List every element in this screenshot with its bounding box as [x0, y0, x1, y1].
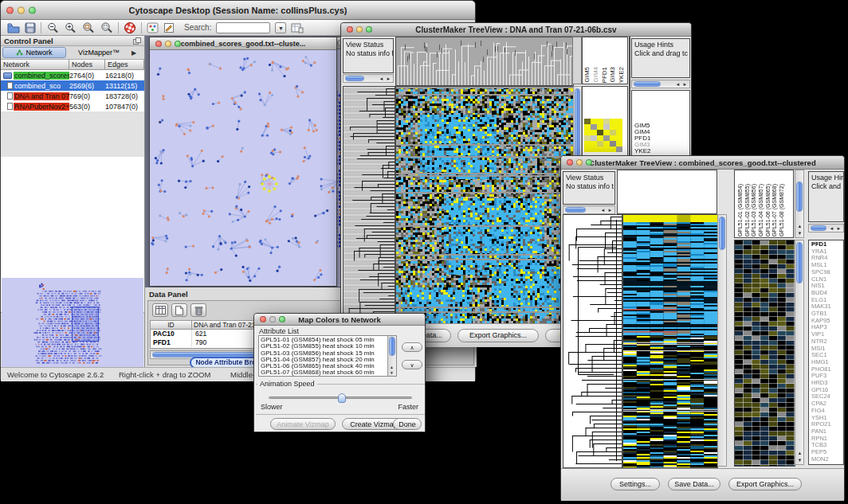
- matrix-cell[interactable]: [591, 119, 597, 124]
- matrix-cell[interactable]: [584, 119, 591, 124]
- attribute-list-item[interactable]: GPL51-07 (GSM868) heat shock 60 min: [259, 369, 387, 376]
- zoom-in-icon[interactable]: [64, 21, 77, 34]
- export-graphics-button[interactable]: Export Graphics...: [457, 329, 539, 342]
- matrix-cell[interactable]: [603, 141, 610, 147]
- matrix-cell[interactable]: [584, 135, 591, 141]
- move-up-button[interactable]: ∧: [402, 342, 422, 352]
- scroll-down-icon[interactable]: ▼: [796, 458, 803, 463]
- close-icon[interactable]: [155, 41, 162, 47]
- column-label[interactable]: GIM5: [584, 67, 591, 83]
- treeview-combined-title-bar[interactable]: ClusterMaker TreeView : combined_scores_…: [561, 156, 844, 170]
- scroll-right-icon[interactable]: ►: [385, 76, 392, 81]
- column-label[interactable]: YKE2: [618, 67, 626, 83]
- scroll-right-icon[interactable]: ►: [681, 82, 689, 87]
- gene-label[interactable]: MON2: [811, 456, 843, 463]
- matrix-cell[interactable]: [584, 147, 591, 152]
- column-label[interactable]: GPL51-02 (GSM855): [744, 184, 751, 236]
- row-dendrogram[interactable]: [343, 86, 395, 325]
- matrix-cell[interactable]: [610, 124, 616, 130]
- open-file-icon[interactable]: [7, 22, 20, 33]
- view-status-hscrollbar[interactable]: ◄►: [563, 205, 615, 214]
- network-view-window-1[interactable]: combined_scores_good.txt--cluste...: [149, 37, 337, 287]
- matrix-cell[interactable]: [584, 141, 591, 147]
- column-label[interactable]: GPL51-06 (GSM865): [765, 184, 771, 236]
- move-down-button[interactable]: ∨: [402, 360, 422, 369]
- window-controls[interactable]: [347, 26, 372, 33]
- close-icon[interactable]: [347, 26, 353, 33]
- scroll-right-icon[interactable]: ►: [835, 226, 842, 231]
- matrix-cell[interactable]: [591, 130, 597, 135]
- zoom-window-icon[interactable]: [279, 316, 285, 322]
- minimize-icon[interactable]: [269, 316, 276, 322]
- done-button[interactable]: Done: [393, 418, 422, 430]
- search-input[interactable]: [216, 22, 270, 33]
- network-list-row[interactable]: RNAPuberNov2+I563(0)107847(0): [1, 101, 144, 111]
- zoom-fit-icon[interactable]: [81, 21, 95, 34]
- matrix-cell[interactable]: [603, 124, 610, 130]
- matrix-cell[interactable]: [591, 147, 597, 152]
- matrix-cell[interactable]: [584, 130, 591, 135]
- gene-labels-panel[interactable]: PFD1YRA1RNR4MSL1SPC98CLN1NIS1BUD4ELG1MAK…: [808, 240, 844, 465]
- float-panel-icon[interactable]: [133, 33, 141, 48]
- zoom-heatmap[interactable]: [734, 240, 795, 467]
- global-heatmap[interactable]: [395, 86, 574, 325]
- zoom-matrix[interactable]: [584, 119, 622, 152]
- close-icon[interactable]: [567, 159, 573, 166]
- scroll-down-icon[interactable]: ▼: [796, 231, 803, 236]
- zoom-window-icon[interactable]: [366, 26, 372, 33]
- column-label[interactable]: GIM3: [610, 67, 617, 83]
- window-controls[interactable]: [567, 159, 592, 166]
- matrix-cell[interactable]: [616, 119, 622, 124]
- new-attribute-icon[interactable]: [171, 303, 187, 317]
- global-heatmap-vscrollbar[interactable]: [717, 214, 727, 467]
- scroll-up-icon[interactable]: ▲: [388, 365, 395, 369]
- scroll-left-icon[interactable]: ◄: [674, 82, 681, 87]
- minimize-icon[interactable]: [576, 159, 583, 166]
- animation-speed-slider[interactable]: [269, 397, 412, 399]
- matrix-cell[interactable]: [597, 147, 603, 152]
- column-labels-panel[interactable]: GPL51-01 (GSM854)GPL51-02 (GSM855)GPL51-…: [734, 170, 794, 238]
- column-label[interactable]: GIM4: [593, 67, 600, 83]
- dialog-title-bar[interactable]: Map Colors to Network: [254, 314, 425, 326]
- window-controls[interactable]: [155, 41, 181, 47]
- column-dendrogram-panel[interactable]: [617, 170, 717, 214]
- close-icon[interactable]: [260, 316, 266, 322]
- matrix-cell[interactable]: [610, 141, 616, 147]
- matrix-cell[interactable]: [616, 135, 622, 141]
- attribute-browser-icon[interactable]: [291, 22, 304, 33]
- matrix-cell[interactable]: [597, 141, 603, 147]
- view-status-hscrollbar[interactable]: ◄►: [343, 74, 394, 83]
- matrix-cell[interactable]: [603, 130, 610, 135]
- main-title-bar[interactable]: Cytoscape Desktop (Session Name: collins…: [1, 1, 475, 20]
- vizmapper-icon[interactable]: [147, 22, 159, 33]
- scroll-up-icon[interactable]: ▲: [796, 451, 803, 455]
- attribute-list[interactable]: GPL51-01 (GSM854) heat shock 05 minGPL51…: [258, 335, 397, 377]
- treeview-dna-title-bar[interactable]: ClusterMaker TreeView : DNA and Tran 07-…: [341, 23, 691, 37]
- matrix-cell[interactable]: [591, 124, 597, 130]
- column-labels-panel[interactable]: GIM5GIM4PFD1GIM3YKE2PAC10: [582, 37, 628, 84]
- zoom-window-icon[interactable]: [175, 41, 181, 47]
- scroll-up-icon[interactable]: ▲: [796, 224, 803, 229]
- zoom-window-icon[interactable]: [586, 159, 592, 166]
- usage-hints-hscrollbar[interactable]: ◄►: [808, 224, 844, 232]
- minimize-icon[interactable]: [18, 6, 25, 14]
- birdseye-view[interactable]: [2, 278, 143, 367]
- column-label[interactable]: GPL51-07 (GSM868): [771, 184, 778, 236]
- matrix-cell[interactable]: [597, 130, 603, 135]
- annotation-icon[interactable]: [163, 22, 175, 33]
- zoom-heatmap-vscrollbar[interactable]: ▲▼: [795, 240, 804, 465]
- global-heatmap[interactable]: [622, 214, 718, 468]
- birdseye-viewport-rect[interactable]: [72, 307, 99, 342]
- slider-thumb[interactable]: [338, 393, 346, 403]
- matrix-cell[interactable]: [610, 135, 616, 141]
- minimize-icon[interactable]: [356, 26, 363, 33]
- matrix-cell[interactable]: [597, 135, 603, 141]
- tab-overflow-arrow[interactable]: ▶: [132, 49, 136, 57]
- tab-vizmapper[interactable]: VizMapper™: [68, 47, 130, 58]
- matrix-cell[interactable]: [597, 119, 603, 124]
- matrix-cell[interactable]: [603, 119, 610, 124]
- data-col-id[interactable]: ID: [151, 321, 192, 330]
- matrix-cell[interactable]: [584, 124, 591, 130]
- matrix-cell[interactable]: [610, 147, 616, 152]
- save-data-button[interactable]: Save Data...: [668, 478, 720, 490]
